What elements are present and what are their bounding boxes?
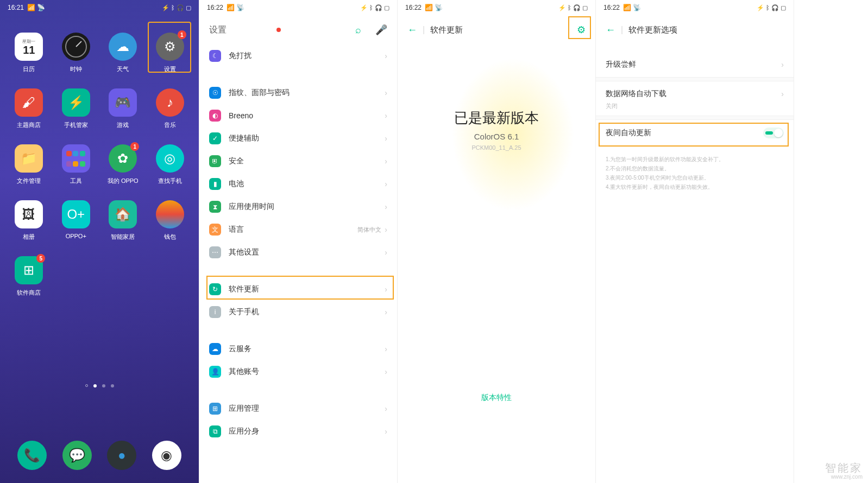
row-night-update[interactable]: 夜间自动更新 (596, 120, 794, 146)
page-title: 软件更新选项 (628, 25, 784, 35)
page-title: 软件更新 (430, 25, 571, 35)
status-bar: 16:22 📶 📡 ⚡ ᛒ 🎧 ▢ (398, 0, 595, 15)
hourglass-icon: ⧗ (209, 201, 221, 213)
apps-icon: ⊞ (209, 403, 221, 415)
dock-browser[interactable]: ● (107, 441, 136, 470)
status-bar: 16:22 📶 📡 ⚡ ᛒ 🎧 ▢ (199, 0, 397, 15)
row-beta[interactable]: 升级尝鲜› (596, 52, 794, 77)
app-clock[interactable]: 时钟 (53, 33, 100, 73)
notification-dot (276, 28, 281, 32)
page-indicator[interactable] (0, 384, 199, 387)
chevron-right-icon: › (385, 52, 387, 60)
update-panel: 16:22 📶 📡 ⚡ ᛒ 🎧 ▢ ← | 软件更新 ⚙ 已是最新版本 Colo… (398, 0, 596, 483)
mic-icon[interactable]: 🎤 (375, 24, 387, 36)
app-tools[interactable]: 工具 (53, 144, 100, 185)
row-app-clone[interactable]: ⧉应用分身› (209, 420, 387, 443)
info-icon: i (209, 306, 221, 318)
update-glow (414, 43, 579, 271)
row-software-update[interactable]: ↻软件更新› (209, 278, 387, 301)
watermark: 智能家 www.znj.com (825, 462, 863, 480)
settings-title: 设置 (209, 24, 271, 36)
row-about[interactable]: i关于手机› (209, 301, 387, 323)
dock-phone[interactable]: 📞 (17, 441, 47, 470)
app-find-phone[interactable]: ◎查找手机 (147, 144, 194, 185)
row-other[interactable]: ⋯其他设置› (209, 241, 387, 264)
shield-icon: ⛨ (209, 155, 221, 167)
row-cloud[interactable]: ☁云服务› (209, 338, 387, 360)
night-update-toggle[interactable] (763, 128, 784, 138)
update-options-panel: 16:22 📶 📡 ⚡ ᛒ 🎧 ▢ ← | 软件更新选项 升级尝鲜› 数据网络自… (596, 0, 794, 483)
status-bar: 16:21📶 📡 ⚡ ᛒ 🎧 ▢ (0, 0, 199, 15)
moon-icon: ☾ (209, 50, 221, 62)
highlight-gear (568, 16, 591, 39)
chevron-right-icon: › (781, 90, 784, 98)
row-breeno[interactable]: ◐Breeno› (209, 104, 387, 127)
language-icon: 文 (209, 224, 221, 236)
row-biometric[interactable]: ☉指纹、面部与密码› (209, 81, 387, 104)
status-bar: 16:22 📶 📡 ⚡ ᛒ 🎧 ▢ (596, 0, 794, 15)
update-icon: ↻ (209, 283, 221, 295)
back-icon[interactable]: ← (606, 24, 615, 36)
clone-icon: ⧉ (209, 425, 221, 437)
row-accessibility[interactable]: ✓便捷辅助› (209, 127, 387, 150)
build-number: PCKM00_11_A.25 (398, 144, 595, 151)
os-version: ColorOS 6.1 (398, 132, 595, 141)
app-games[interactable]: 🎮游戏 (99, 88, 147, 129)
row-dnd[interactable]: ☾免打扰› (209, 45, 387, 67)
breeno-icon: ◐ (209, 110, 221, 122)
accessibility-icon: ✓ (209, 132, 221, 144)
row-security[interactable]: ⛨安全› (209, 150, 387, 173)
home-screen-panel: 16:21📶 📡 ⚡ ᛒ 🎧 ▢ 星期一11 日历 时钟 ☁天气 ⚙1设置 🖌主… (0, 0, 199, 483)
app-wallet[interactable]: 钱包 (147, 200, 194, 241)
app-my-oppo[interactable]: ✿1我的 OPPO (99, 144, 147, 185)
settings-panel: 16:22 📶 📡 ⚡ ᛒ 🎧 ▢ 设置 ⌕ 🎤 ☾免打扰› ☉指纹、面部与密码… (199, 0, 398, 483)
app-calendar[interactable]: 星期一11 日历 (5, 33, 53, 73)
row-battery[interactable]: ▮电池› (209, 173, 387, 195)
app-phone-manager[interactable]: ⚡手机管家 (53, 88, 100, 129)
fingerprint-icon: ☉ (209, 87, 221, 99)
dock-messages[interactable]: 💬 (62, 441, 92, 470)
notes: 1.为您第一时间升级最新的软件功能及安全补丁。 2.不会消耗您的数据流量。 3.… (596, 146, 794, 200)
status-icons: ⚡ ᛒ 🎧 ▢ (162, 4, 191, 11)
more-icon: ⋯ (209, 246, 221, 258)
version-features-link[interactable]: 版本特性 (398, 393, 595, 403)
app-files[interactable]: 📁文件管理 (5, 144, 53, 185)
chevron-right-icon: › (781, 60, 784, 69)
app-settings[interactable]: ⚙1设置 (147, 33, 194, 73)
app-music[interactable]: ♪音乐 (147, 88, 194, 129)
row-language[interactable]: 文语言简体中文› (209, 218, 387, 241)
search-icon[interactable]: ⌕ (355, 24, 361, 36)
row-app-manage[interactable]: ⊞应用管理› (209, 397, 387, 420)
row-screentime[interactable]: ⧗应用使用时间› (209, 195, 387, 218)
cloud-icon: ☁ (209, 343, 221, 355)
status-time: 16:21 (8, 4, 24, 11)
dock-camera[interactable]: ◉ (152, 441, 181, 470)
app-smart-home[interactable]: 🏠智能家居 (99, 200, 147, 241)
auto-download-state: 关闭 (596, 102, 794, 116)
row-accounts[interactable]: 👤其他账号› (209, 360, 387, 383)
battery-icon: ▮ (209, 178, 221, 190)
app-gallery[interactable]: 🖼相册 (5, 200, 53, 241)
back-icon[interactable]: ← (407, 24, 417, 36)
update-status: 已是最新版本 (398, 109, 595, 128)
app-software-store[interactable]: ⊞5软件商店 (5, 256, 53, 297)
app-theme-store[interactable]: 🖌主题商店 (5, 88, 53, 129)
user-icon: 👤 (209, 366, 221, 378)
dock: 📞 💬 ● ◉ (0, 441, 199, 470)
app-oppo-plus[interactable]: O+OPPO+ (53, 200, 100, 241)
app-weather[interactable]: ☁天气 (99, 33, 147, 73)
